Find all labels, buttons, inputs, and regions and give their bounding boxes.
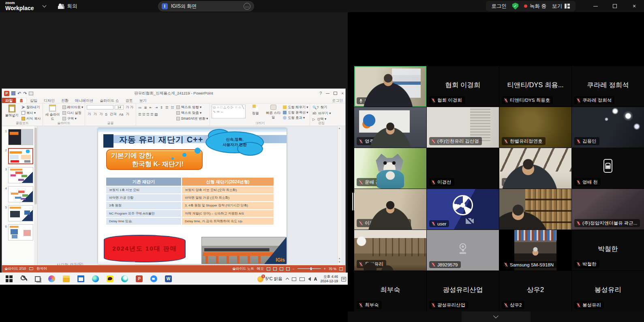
participant-tile[interactable]: 운배 김: [354, 148, 426, 189]
participant-tile[interactable]: 우영완: [499, 189, 571, 230]
cut-button[interactable]: 잘라내기: [21, 105, 41, 110]
zoom-slider[interactable]: [297, 268, 321, 269]
ppt-menu-tab-2[interactable]: 삽입: [27, 98, 41, 103]
hidden-icons-chevron[interactable]: [285, 278, 289, 281]
participant-tile[interactable]: 박철한박철한: [572, 230, 644, 270]
zoom-icon[interactable]: [150, 275, 157, 282]
participant-tile[interactable]: 티앤티/DYS 최용...티앤티/DYS 최용호: [499, 66, 571, 107]
font-style-button[interactable]: 가: [125, 112, 130, 117]
view-button[interactable]: 보기: [552, 3, 570, 10]
ppt-account-login[interactable]: 로그인: [332, 98, 343, 103]
participant-tile[interactable]: 용진유리: [354, 230, 426, 270]
ppt-minimize-button[interactable]: [326, 93, 329, 94]
slide-thumbnail-item[interactable]: 5: [4, 205, 36, 221]
start-icon[interactable]: [6, 275, 13, 282]
shape-icon[interactable]: ⌣: [221, 110, 223, 114]
shape-icon[interactable]: ▷: [231, 105, 233, 109]
more-options-icon[interactable]: …: [244, 3, 250, 10]
shape-icon[interactable]: ⌂: [239, 105, 241, 109]
weather-widget[interactable]: 5 5°C 맑음: [257, 276, 282, 282]
edge-icon[interactable]: [92, 275, 99, 282]
participant-tile[interactable]: IGIS: [354, 66, 426, 107]
taskbar-clock[interactable]: 오후 4:46 2024-12-19: [321, 275, 338, 283]
font-style-button[interactable]: Aa: [118, 112, 124, 116]
ppt-close-button[interactable]: ×: [341, 91, 344, 96]
thumbnail-scrollbar[interactable]: [34, 126, 37, 265]
participant-tile[interactable]: 영배 천: [572, 148, 644, 189]
font-style-button[interactable]: S: [105, 112, 108, 116]
normal-view-icon[interactable]: [267, 267, 270, 270]
volume-icon[interactable]: [308, 277, 311, 281]
paragraph-button[interactable]: ⇕: [159, 105, 163, 109]
participant-tile[interactable]: 협회 이경희협회 이경희: [427, 66, 499, 107]
tab-meeting[interactable]: 회의: [58, 3, 77, 10]
scroll-down-participants-button[interactable]: [462, 311, 531, 322]
ppt-menu-tab-8[interactable]: 보기: [136, 98, 150, 103]
chevron-down-icon[interactable]: [42, 4, 46, 8]
fit-to-window-icon[interactable]: [339, 267, 343, 270]
close-button[interactable]: ×: [625, 0, 644, 12]
slide-thumbnail[interactable]: [8, 205, 33, 221]
quick-styles-button[interactable]: 빠른 스타일: [265, 105, 281, 121]
shape-icon[interactable]: ⇨: [217, 110, 220, 114]
ppt-menu-tab-1[interactable]: 홈: [16, 98, 27, 103]
slide-thumbnail-item[interactable]: 6: [4, 224, 36, 240]
task-view-icon[interactable]: [35, 276, 41, 282]
participant-tile[interactable]: 한별유리정연호: [499, 107, 571, 148]
file-explorer-icon[interactable]: [63, 275, 70, 282]
shape-icon[interactable]: ☆: [235, 105, 237, 109]
ppt-menu-tab-7[interactable]: 검토: [122, 98, 136, 103]
participant-tile[interactable]: (주)정암지앤더블유 곽근...: [572, 189, 644, 230]
device-icon[interactable]: [292, 277, 296, 281]
notes-toggle[interactable]: 슬라이드 노트: [232, 266, 254, 271]
slide-thumbnail[interactable]: [8, 224, 33, 240]
font-style-button[interactable]: 가: [87, 112, 92, 117]
minimize-button[interactable]: [586, 0, 605, 12]
new-slide-button[interactable]: 새 슬라이드: [45, 105, 61, 121]
shape-icon[interactable]: ∿: [213, 110, 216, 114]
shape-icon[interactable]: △: [223, 105, 226, 109]
maximize-button[interactable]: [605, 0, 625, 12]
arrange-button[interactable]: 정렬: [247, 105, 263, 121]
zoom-out-button[interactable]: −: [293, 267, 295, 271]
participant-tile[interactable]: user: [427, 189, 499, 230]
powerpoint-icon[interactable]: P: [136, 275, 143, 282]
ppt-menu-tab-5[interactable]: 애니메이션: [72, 98, 96, 103]
shape-icon[interactable]: ▭: [213, 105, 216, 109]
ppt-menu-tab-6[interactable]: 슬라이드 쇼: [96, 98, 122, 103]
reset-button[interactable]: 다시 설정: [62, 110, 83, 116]
paragraph-button[interactable]: ≣: [143, 105, 148, 109]
shape-icon[interactable]: ╲: [242, 105, 244, 109]
zoom-level[interactable]: 70 %: [329, 267, 336, 271]
slide-thumbnail[interactable]: [8, 186, 33, 202]
grow-font-icon[interactable]: 가 가: [125, 105, 134, 110]
slide-thumbnail-item[interactable]: 4: [4, 186, 36, 202]
shape-effects-button[interactable]: 도형 효과 ▾: [283, 115, 308, 120]
participant-tile[interactable]: 선호경: [499, 148, 571, 189]
slideshow-icon[interactable]: [286, 267, 290, 270]
font-size-input[interactable]: 14: [115, 105, 124, 109]
ppt-restore-button[interactable]: [334, 92, 337, 95]
memo-toggle[interactable]: 메모: [257, 266, 264, 271]
text-direction-button[interactable]: 텍스트 방향 ▾: [176, 105, 208, 110]
ppt-menu-tab-3[interactable]: 디자인: [41, 98, 58, 103]
reading-view-icon[interactable]: [280, 267, 283, 270]
shape-gallery[interactable]: ▭○□△◇▷☆⌂╲∿⇨⌣: [212, 105, 246, 118]
security-shield-icon[interactable]: ✓: [512, 3, 518, 10]
participant-tile[interactable]: Samsung SM-S918N: [499, 230, 571, 270]
paragraph-button[interactable]: ≔: [138, 105, 143, 109]
participant-tile[interactable]: 김용민: [572, 107, 644, 148]
shape-icon[interactable]: ○: [217, 105, 219, 109]
shape-icon[interactable]: ◇: [227, 105, 230, 109]
ppt-menu-tab-4[interactable]: 전환: [58, 98, 72, 103]
paragraph-button[interactable]: ☷: [170, 105, 175, 109]
align-buttons[interactable]: ☰ ☱ ☲ ☰ ▤: [138, 112, 158, 116]
shape-outline-button[interactable]: 도형 윤곽선 ▾: [283, 110, 308, 115]
participant-tile[interactable]: 영주 김: [354, 107, 426, 148]
copilot-icon[interactable]: [48, 275, 55, 282]
participant-tile[interactable]: 상우2상우2: [499, 271, 571, 311]
slide-thumbnail-item[interactable]: 3: [4, 167, 36, 183]
microsoft-store-icon[interactable]: [77, 275, 84, 282]
slide-thumbnail[interactable]: [8, 148, 33, 164]
tab-shared-screen[interactable]: I IGIS의 화면 …: [158, 1, 254, 11]
